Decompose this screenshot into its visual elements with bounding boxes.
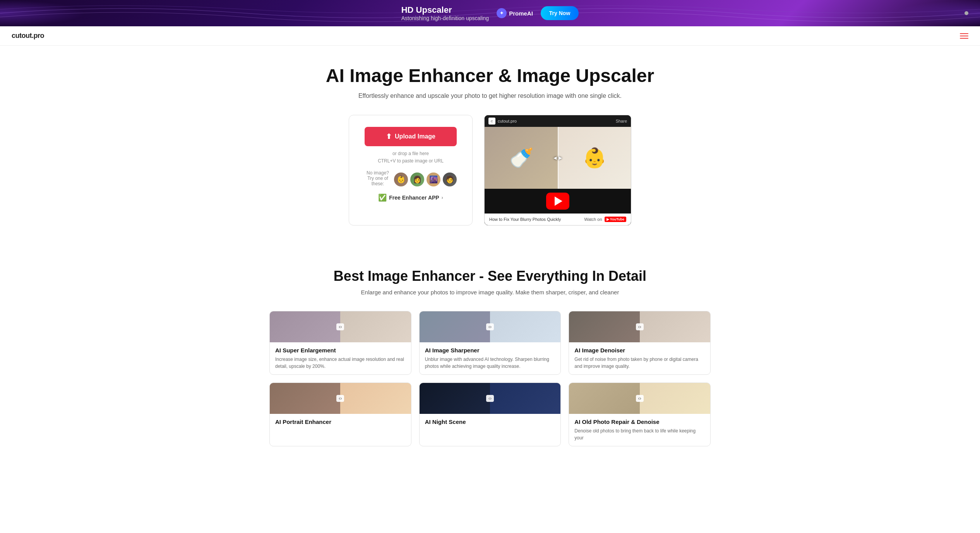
- video-site-label: C cutout.pro: [488, 118, 517, 125]
- brand-name: PromeAI: [509, 10, 533, 17]
- portrait-preview: ‹›: [270, 383, 411, 414]
- banner-dot: [965, 11, 968, 15]
- nightscene-title: AI Night Scene: [425, 419, 555, 425]
- denoiser-desc: Get rid of noise from photo taken by pho…: [574, 356, 705, 370]
- sample-section: No image? Try one of these: 👶 👩 🌆 🧑: [365, 170, 457, 186]
- cutout-pro-logo: C: [488, 118, 495, 125]
- oldphoto-before: [569, 383, 639, 414]
- portrait-body: AI Portrait Enhancer: [270, 414, 411, 432]
- app-link[interactable]: ✅ Free Enhancer APP ›: [378, 193, 443, 202]
- nightscene-after: [490, 383, 560, 414]
- sharpener-arrows-icon: ‹›: [486, 323, 494, 330]
- oldphoto-desc: Denoise old photos to bring them back to…: [574, 427, 705, 441]
- portrait-arrows-icon: ‹›: [336, 395, 344, 402]
- oldphoto-preview: ‹›: [569, 383, 710, 414]
- hamburger-line-2: [960, 36, 968, 36]
- banner-title: HD Upscaler: [401, 5, 489, 15]
- feature-card-portrait[interactable]: ‹› AI Portrait Enhancer: [269, 383, 411, 446]
- video-image-preview: 🍼 👶 ◄►: [485, 127, 631, 189]
- upload-box: ⬆ Upload Image or drop a file here CTRL+…: [349, 115, 473, 226]
- features-title: Best Image Enhancer - See Everything In …: [269, 268, 711, 284]
- sample-image-1[interactable]: 👶: [394, 173, 408, 186]
- oldphoto-after: [640, 383, 710, 414]
- upload-icon: ⬆: [386, 132, 392, 141]
- nightscene-before: [420, 383, 490, 414]
- enlargement-preview: ‹›: [270, 311, 411, 342]
- hamburger-menu[interactable]: [960, 33, 968, 39]
- video-share-btn[interactable]: Share: [616, 119, 627, 123]
- app-link-label: Free Enhancer APP: [389, 195, 439, 201]
- oldphoto-arrows-icon: ‹›: [636, 395, 644, 402]
- site-logo[interactable]: cutout.pro: [12, 32, 44, 40]
- youtube-play-button[interactable]: [546, 193, 569, 210]
- denoiser-after: [640, 311, 710, 342]
- sharpener-before: [420, 311, 490, 342]
- sharpener-title: AI Image Sharpener: [425, 347, 555, 354]
- denoiser-before: [569, 311, 639, 342]
- oldphoto-body: AI Old Photo Repair & Denoise Denoise ol…: [569, 414, 710, 446]
- video-topbar: C cutout.pro Share: [485, 115, 631, 127]
- sample-images[interactable]: 👶 👩 🌆 🧑: [394, 173, 457, 186]
- feature-card-denoiser[interactable]: ‹› AI Image Denoiser Get rid of noise fr…: [569, 311, 711, 375]
- compare-arrows-icon: ‹›: [336, 323, 344, 330]
- site-header: cutout.pro: [0, 26, 980, 46]
- after-image: 👶: [558, 127, 631, 189]
- app-link-icon: ✅: [378, 193, 387, 202]
- hero-main-content: ⬆ Upload Image or drop a file here CTRL+…: [8, 115, 972, 226]
- nightscene-preview: ‹›: [420, 383, 561, 414]
- preview-after: [340, 311, 411, 342]
- youtube-logo: Watch on ▶ YouTube: [584, 217, 626, 222]
- feature-card-sharpener[interactable]: ‹› AI Image Sharpener Unblur image with …: [419, 311, 561, 375]
- try-now-button[interactable]: Try Now: [541, 6, 579, 20]
- split-arrow: ◄►: [552, 155, 563, 161]
- features-subtitle: Enlarge and enhance your photos to impro…: [269, 289, 711, 296]
- features-grid: ‹› AI Super Enlargement Increase image s…: [269, 311, 711, 446]
- denoiser-preview: ‹›: [569, 311, 710, 342]
- oldphoto-title: AI Old Photo Repair & Denoise: [574, 419, 705, 425]
- sharpener-preview: ‹›: [420, 311, 561, 342]
- sample-image-2[interactable]: 👩: [410, 173, 424, 186]
- portrait-title: AI Portrait Enhancer: [275, 419, 406, 425]
- sample-image-3[interactable]: 🌆: [427, 173, 440, 186]
- hero-title: AI Image Enhancer & Image Upscaler: [8, 65, 972, 86]
- video-title: How to Fix Your Blurry Photos Quickly: [489, 217, 561, 222]
- promo-banner: HD Upscaler Astonishing high-definition …: [0, 0, 980, 26]
- banner-brand: ✦ PromeAI: [497, 8, 533, 18]
- sharpener-after: [490, 311, 560, 342]
- nightscene-body: AI Night Scene: [420, 414, 561, 432]
- features-section: Best Image Enhancer - See Everything In …: [258, 245, 722, 462]
- hero-section: AI Image Enhancer & Image Upscaler Effor…: [0, 46, 980, 245]
- feature-card-enlargement[interactable]: ‹› AI Super Enlargement Increase image s…: [269, 311, 411, 375]
- feature-card-nightscene[interactable]: ‹› AI Night Scene: [419, 383, 561, 446]
- sharpener-body: AI Image Sharpener Unblur image with adv…: [420, 342, 561, 374]
- play-button-area[interactable]: [485, 189, 631, 214]
- drop-hint: or drop a file here CTRL+V to paste imag…: [378, 150, 444, 165]
- upload-button-label: Upload Image: [395, 133, 435, 140]
- sample-image-4[interactable]: 🧑: [443, 173, 457, 186]
- feature-card-oldphoto[interactable]: ‹› AI Old Photo Repair & Denoise Denoise…: [569, 383, 711, 446]
- enlargement-desc: Increase image size, enhance actual imag…: [275, 356, 406, 370]
- chevron-right-icon: ›: [442, 195, 443, 200]
- banner-subtitle: Astonishing high-definition upscaling: [401, 15, 489, 21]
- enlargement-body: AI Super Enlargement Increase image size…: [270, 342, 411, 374]
- preview-before: [270, 311, 340, 342]
- hero-subtitle: Effortlessly enhance and upscale your ph…: [8, 92, 972, 99]
- denoiser-title: AI Image Denoiser: [574, 347, 705, 354]
- enlargement-title: AI Super Enlargement: [275, 347, 406, 354]
- nightscene-arrows-icon: ‹›: [486, 395, 494, 402]
- video-title-bar: How to Fix Your Blurry Photos Quickly Wa…: [485, 214, 631, 225]
- no-image-label: No image? Try one of these:: [365, 170, 391, 186]
- upload-button[interactable]: ⬆ Upload Image: [365, 127, 457, 146]
- banner-text: HD Upscaler Astonishing high-definition …: [401, 5, 489, 21]
- video-box: C cutout.pro Share 🍼 👶 ◄►: [484, 115, 631, 226]
- hamburger-line-3: [960, 38, 968, 39]
- banner-content: HD Upscaler Astonishing high-definition …: [401, 5, 579, 21]
- portrait-before: [270, 383, 340, 414]
- video-play-section[interactable]: [485, 189, 631, 214]
- portrait-after: [340, 383, 411, 414]
- video-site-name: cutout.pro: [498, 119, 517, 123]
- youtube-badge: ▶ YouTube: [605, 217, 627, 222]
- before-image: 🍼: [485, 127, 558, 189]
- hamburger-line-1: [960, 33, 968, 34]
- sharpener-desc: Unblur image with advanced AI technology…: [425, 356, 555, 370]
